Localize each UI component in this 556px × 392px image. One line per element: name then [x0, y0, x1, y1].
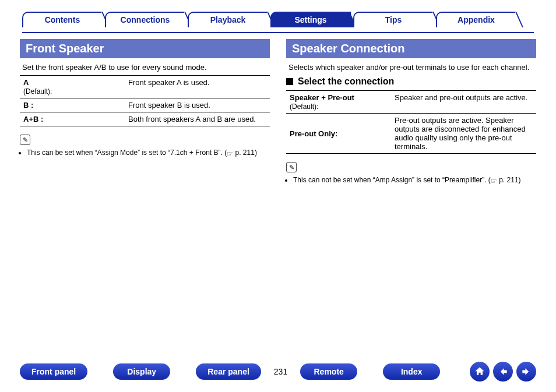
section-title-speaker-connection: Speaker Connection	[286, 39, 536, 58]
option-value: Both front speakers A and B are used.	[125, 112, 270, 126]
page-number: 231	[274, 367, 287, 376]
table-row: Speaker + Pre-out (Default): Speaker and…	[286, 91, 536, 114]
tab-tips[interactable]: Tips	[353, 12, 434, 27]
option-value: Pre-out outputs are active. Speaker outp…	[391, 114, 536, 154]
option-key: Speaker + Pre-out	[290, 93, 354, 102]
option-key: Pre-out Only:	[290, 129, 337, 138]
display-button[interactable]: Display	[113, 363, 170, 380]
arrow-left-icon	[497, 366, 509, 377]
option-key: A+B :	[23, 115, 43, 123]
pencil-icon: ✎	[286, 162, 297, 172]
section-title-front-speaker: Front Speaker	[20, 39, 270, 58]
front-speaker-note: ✎ This can be set when “Assign Mode” is …	[20, 135, 270, 158]
tab-connections[interactable]: Connections	[105, 12, 185, 27]
note-text: This can not be set when “Amp Assign” is…	[293, 176, 536, 185]
tab-playback[interactable]: Playback	[188, 12, 268, 27]
note-text: This can be set when “Assign Mode” is se…	[27, 149, 270, 158]
front-speaker-intro: Set the front speaker A/B to use for eve…	[22, 63, 268, 72]
page-link[interactable]: p. 211	[499, 176, 518, 184]
tab-underline	[22, 32, 534, 33]
bottom-bar: Front panel Display Rear panel 231 Remot…	[0, 362, 556, 382]
remote-button[interactable]: Remote	[300, 363, 357, 380]
tab-appendix[interactable]: Appendix	[436, 12, 516, 27]
home-icon	[474, 366, 485, 377]
speaker-connection-note: ✎ This can not be set when “Amp Assign” …	[286, 162, 536, 185]
table-row: Pre-out Only: Pre-out outputs are active…	[286, 114, 536, 154]
table-row: A+B : Both front speakers A and B are us…	[20, 112, 270, 126]
select-connection-heading: Select the connection	[286, 76, 536, 87]
option-key: B :	[23, 101, 33, 110]
arrow-right-icon	[520, 366, 532, 377]
front-speaker-table: A (Default): Front speaker A is used. B …	[20, 75, 270, 126]
top-tabs: Contents Connections Playback Settings T…	[22, 12, 539, 27]
table-row: B : Front speaker B is used.	[20, 98, 270, 112]
option-value: Front speaker A is used.	[125, 76, 270, 98]
pencil-icon: ✎	[20, 135, 30, 145]
index-button[interactable]: Index	[383, 363, 440, 380]
table-row: A (Default): Front speaker A is used.	[20, 76, 270, 98]
option-default: (Default):	[290, 103, 318, 111]
tab-contents[interactable]: Contents	[22, 12, 103, 27]
option-value: Speaker and pre-out outputs are active.	[391, 91, 536, 114]
rear-panel-button[interactable]: Rear panel	[196, 363, 261, 380]
page-link[interactable]: p. 211	[235, 149, 255, 157]
speaker-connection-table: Speaker + Pre-out (Default): Speaker and…	[286, 90, 536, 154]
hand-icon: ☞	[491, 177, 497, 185]
home-button[interactable]	[470, 362, 490, 382]
next-button[interactable]	[516, 362, 536, 382]
option-key: A	[23, 78, 29, 87]
front-panel-button[interactable]: Front panel	[20, 363, 87, 380]
tab-settings[interactable]: Settings	[270, 12, 351, 27]
hand-icon: ☞	[227, 150, 233, 158]
option-default: (Default):	[23, 87, 52, 96]
prev-button[interactable]	[493, 362, 513, 382]
speaker-connection-intro: Selects which speaker and/or pre-out ter…	[288, 63, 534, 72]
option-value: Front speaker B is used.	[125, 98, 270, 112]
square-bullet-icon	[286, 78, 293, 85]
